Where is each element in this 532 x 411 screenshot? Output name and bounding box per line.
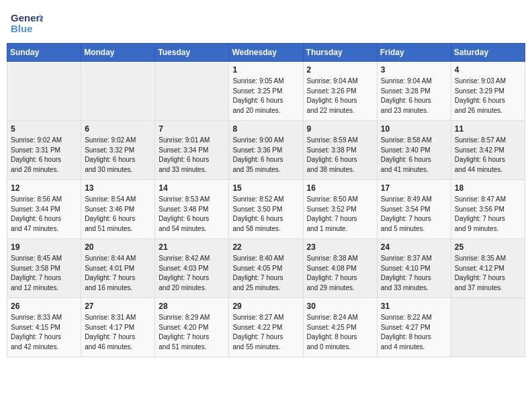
weekday-thursday: Thursday <box>303 44 377 62</box>
day-info: Sunrise: 8:53 AM Sunset: 3:48 PM Dayligh… <box>159 195 225 234</box>
calendar-cell: 21Sunrise: 8:42 AM Sunset: 4:03 PM Dayli… <box>155 239 229 298</box>
day-number: 7 <box>159 124 225 134</box>
day-info: Sunrise: 8:47 AM Sunset: 3:56 PM Dayligh… <box>455 195 521 234</box>
calendar-cell: 19Sunrise: 8:45 AM Sunset: 3:58 PM Dayli… <box>7 239 81 298</box>
calendar-cell: 28Sunrise: 8:29 AM Sunset: 4:20 PM Dayli… <box>155 298 229 357</box>
day-number: 5 <box>11 124 77 134</box>
week-row-4: 19Sunrise: 8:45 AM Sunset: 3:58 PM Dayli… <box>7 239 525 298</box>
calendar: SundayMondayTuesdayWednesdayThursdayFrid… <box>0 43 532 411</box>
weekday-friday: Friday <box>377 44 451 62</box>
calendar-cell <box>7 62 81 121</box>
day-number: 11 <box>455 124 521 134</box>
day-info: Sunrise: 8:22 AM Sunset: 4:27 PM Dayligh… <box>381 313 447 352</box>
day-info: Sunrise: 9:04 AM Sunset: 3:28 PM Dayligh… <box>381 77 447 116</box>
logo-icon: General Blue <box>11 8 43 38</box>
day-info: Sunrise: 9:04 AM Sunset: 3:26 PM Dayligh… <box>307 77 373 116</box>
calendar-cell <box>451 298 525 357</box>
day-info: Sunrise: 9:05 AM Sunset: 3:25 PM Dayligh… <box>232 77 299 116</box>
calendar-cell: 3Sunrise: 9:04 AM Sunset: 3:28 PM Daylig… <box>377 62 451 121</box>
week-row-1: 1Sunrise: 9:05 AM Sunset: 3:25 PM Daylig… <box>7 62 525 121</box>
day-number: 21 <box>159 242 225 252</box>
calendar-cell: 4Sunrise: 9:03 AM Sunset: 3:29 PM Daylig… <box>451 62 525 121</box>
day-number: 22 <box>232 242 299 252</box>
calendar-cell <box>155 62 229 121</box>
day-number: 31 <box>381 302 447 311</box>
day-number: 19 <box>11 242 77 252</box>
calendar-cell: 23Sunrise: 8:38 AM Sunset: 4:08 PM Dayli… <box>303 239 377 298</box>
calendar-cell: 31Sunrise: 8:22 AM Sunset: 4:27 PM Dayli… <box>377 298 451 357</box>
day-number: 29 <box>232 302 299 311</box>
day-number: 8 <box>232 124 299 134</box>
day-number: 25 <box>455 242 521 252</box>
day-info: Sunrise: 8:29 AM Sunset: 4:20 PM Dayligh… <box>159 313 225 352</box>
weekday-wednesday: Wednesday <box>229 44 303 62</box>
calendar-cell: 16Sunrise: 8:50 AM Sunset: 3:52 PM Dayli… <box>303 180 377 239</box>
logo: General Blue <box>11 8 43 38</box>
day-number: 30 <box>307 302 373 311</box>
weekday-monday: Monday <box>81 44 155 62</box>
day-number: 13 <box>85 183 151 193</box>
calendar-cell <box>81 62 155 121</box>
calendar-cell: 9Sunrise: 8:59 AM Sunset: 3:38 PM Daylig… <box>303 121 377 180</box>
day-info: Sunrise: 8:52 AM Sunset: 3:50 PM Dayligh… <box>232 195 299 234</box>
calendar-cell: 5Sunrise: 9:02 AM Sunset: 3:31 PM Daylig… <box>7 121 81 180</box>
header: General Blue <box>0 0 532 43</box>
calendar-cell: 20Sunrise: 8:44 AM Sunset: 4:01 PM Dayli… <box>81 239 155 298</box>
day-info: Sunrise: 8:44 AM Sunset: 4:01 PM Dayligh… <box>85 254 151 293</box>
day-number: 12 <box>11 183 77 193</box>
calendar-cell: 27Sunrise: 8:31 AM Sunset: 4:17 PM Dayli… <box>81 298 155 357</box>
weekday-tuesday: Tuesday <box>155 44 229 62</box>
day-number: 18 <box>455 183 521 193</box>
calendar-cell: 24Sunrise: 8:37 AM Sunset: 4:10 PM Dayli… <box>377 239 451 298</box>
day-info: Sunrise: 9:01 AM Sunset: 3:34 PM Dayligh… <box>159 136 225 175</box>
calendar-cell: 15Sunrise: 8:52 AM Sunset: 3:50 PM Dayli… <box>229 180 303 239</box>
day-number: 23 <box>307 242 373 252</box>
day-info: Sunrise: 8:24 AM Sunset: 4:25 PM Dayligh… <box>307 313 373 352</box>
calendar-body: 1Sunrise: 9:05 AM Sunset: 3:25 PM Daylig… <box>7 62 525 357</box>
day-number: 2 <box>307 65 373 75</box>
day-info: Sunrise: 8:27 AM Sunset: 4:22 PM Dayligh… <box>232 313 299 352</box>
calendar-cell: 30Sunrise: 8:24 AM Sunset: 4:25 PM Dayli… <box>303 298 377 357</box>
weekday-saturday: Saturday <box>451 44 525 62</box>
day-number: 24 <box>381 242 447 252</box>
day-number: 14 <box>159 183 225 193</box>
calendar-cell: 18Sunrise: 8:47 AM Sunset: 3:56 PM Dayli… <box>451 180 525 239</box>
day-info: Sunrise: 8:35 AM Sunset: 4:12 PM Dayligh… <box>455 254 521 293</box>
calendar-cell: 17Sunrise: 8:49 AM Sunset: 3:54 PM Dayli… <box>377 180 451 239</box>
day-number: 20 <box>85 242 151 252</box>
day-info: Sunrise: 9:02 AM Sunset: 3:32 PM Dayligh… <box>85 136 151 175</box>
day-info: Sunrise: 8:37 AM Sunset: 4:10 PM Dayligh… <box>381 254 447 293</box>
day-info: Sunrise: 8:49 AM Sunset: 3:54 PM Dayligh… <box>381 195 447 234</box>
calendar-cell: 12Sunrise: 8:56 AM Sunset: 3:44 PM Dayli… <box>7 180 81 239</box>
week-row-3: 12Sunrise: 8:56 AM Sunset: 3:44 PM Dayli… <box>7 180 525 239</box>
weekday-sunday: Sunday <box>7 44 81 62</box>
day-info: Sunrise: 8:42 AM Sunset: 4:03 PM Dayligh… <box>159 254 225 293</box>
calendar-cell: 10Sunrise: 8:58 AM Sunset: 3:40 PM Dayli… <box>377 121 451 180</box>
day-info: Sunrise: 9:02 AM Sunset: 3:31 PM Dayligh… <box>11 136 77 175</box>
calendar-table: SundayMondayTuesdayWednesdayThursdayFrid… <box>7 43 525 357</box>
day-info: Sunrise: 8:33 AM Sunset: 4:15 PM Dayligh… <box>11 313 77 352</box>
day-number: 4 <box>455 65 521 75</box>
day-number: 27 <box>85 302 151 311</box>
calendar-cell: 26Sunrise: 8:33 AM Sunset: 4:15 PM Dayli… <box>7 298 81 357</box>
day-info: Sunrise: 9:03 AM Sunset: 3:29 PM Dayligh… <box>455 77 521 116</box>
day-number: 1 <box>232 65 299 75</box>
page: General Blue SundayMondayTuesdayWednesda… <box>0 0 532 411</box>
day-number: 26 <box>11 302 77 311</box>
calendar-cell: 2Sunrise: 9:04 AM Sunset: 3:26 PM Daylig… <box>303 62 377 121</box>
day-number: 6 <box>85 124 151 134</box>
calendar-cell: 29Sunrise: 8:27 AM Sunset: 4:22 PM Dayli… <box>229 298 303 357</box>
day-info: Sunrise: 8:31 AM Sunset: 4:17 PM Dayligh… <box>85 313 151 352</box>
calendar-cell: 13Sunrise: 8:54 AM Sunset: 3:46 PM Dayli… <box>81 180 155 239</box>
calendar-cell: 22Sunrise: 8:40 AM Sunset: 4:05 PM Dayli… <box>229 239 303 298</box>
day-number: 3 <box>381 65 447 75</box>
day-info: Sunrise: 8:38 AM Sunset: 4:08 PM Dayligh… <box>307 254 373 293</box>
day-info: Sunrise: 8:56 AM Sunset: 3:44 PM Dayligh… <box>11 195 77 234</box>
svg-text:General: General <box>11 12 43 24</box>
day-info: Sunrise: 8:50 AM Sunset: 3:52 PM Dayligh… <box>307 195 373 234</box>
calendar-header: SundayMondayTuesdayWednesdayThursdayFrid… <box>7 44 525 62</box>
calendar-cell: 1Sunrise: 9:05 AM Sunset: 3:25 PM Daylig… <box>229 62 303 121</box>
day-number: 10 <box>381 124 447 134</box>
day-info: Sunrise: 8:58 AM Sunset: 3:40 PM Dayligh… <box>381 136 447 175</box>
day-number: 15 <box>232 183 299 193</box>
